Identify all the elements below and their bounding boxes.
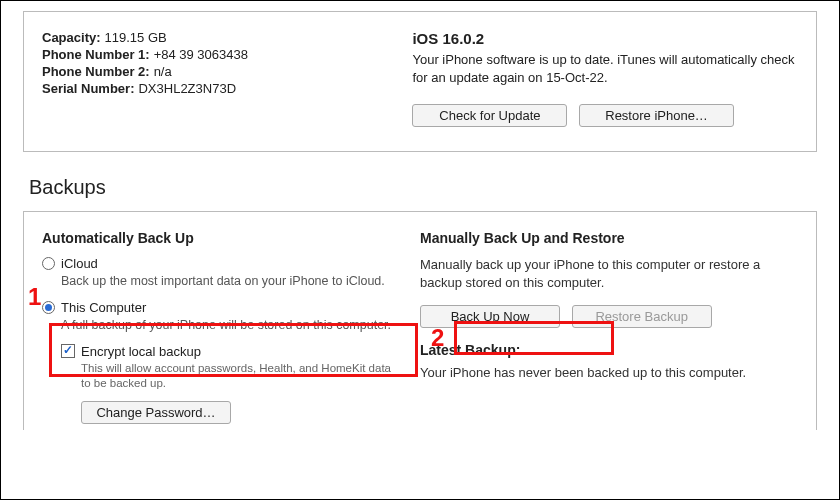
icloud-radio-row[interactable]: iCloud [42,256,410,271]
encrypt-row[interactable]: Encrypt local backup [61,344,410,359]
serial-row: Serial Number:DX3HL2Z3N73D [42,81,412,96]
change-password-button[interactable]: Change Password… [81,401,231,424]
software-status-text: Your iPhone software is up to date. iTun… [412,51,798,86]
this-computer-radio-row[interactable]: This Computer [42,300,410,315]
manual-backup-column: Manually Back Up and Restore Manually ba… [420,230,798,424]
software-info: iOS 16.0.2 Your iPhone software is up to… [412,30,798,127]
software-buttons: Check for Update Restore iPhone… [412,104,798,127]
auto-backup-column: Automatically Back Up iCloud Back up the… [42,230,420,424]
manual-backup-title: Manually Back Up and Restore [420,230,798,246]
back-up-now-button[interactable]: Back Up Now [420,305,560,328]
icloud-label: iCloud [61,256,98,271]
this-computer-desc: A full backup of your iPhone will be sto… [61,317,410,334]
this-computer-radio[interactable] [42,301,55,314]
manual-backup-desc: Manually back up your iPhone to this com… [420,256,798,291]
backups-section-title: Backups [29,176,839,199]
backups-panel: Automatically Back Up iCloud Back up the… [23,211,817,430]
encrypt-desc: This will allow account passwords, Healt… [81,361,401,391]
encrypt-checkbox[interactable] [61,344,75,358]
phone2-row: Phone Number 2:n/a [42,64,412,79]
latest-backup-title: Latest Backup: [420,342,798,358]
auto-backup-title: Automatically Back Up [42,230,410,246]
encrypt-label: Encrypt local backup [81,344,201,359]
capacity-row: Capacity:119.15 GB [42,30,412,45]
latest-backup-desc: Your iPhone has never been backed up to … [420,364,798,382]
this-computer-label: This Computer [61,300,146,315]
ios-version-title: iOS 16.0.2 [412,30,798,47]
manual-buttons: Back Up Now Restore Backup [420,305,798,328]
check-for-update-button[interactable]: Check for Update [412,104,567,127]
restore-backup-button[interactable]: Restore Backup [572,305,712,328]
icloud-desc: Back up the most important data on your … [61,273,410,290]
restore-iphone-button[interactable]: Restore iPhone… [579,104,734,127]
device-software-panel: Capacity:119.15 GB Phone Number 1:+84 39… [23,11,817,152]
device-info: Capacity:119.15 GB Phone Number 1:+84 39… [42,30,412,127]
icloud-radio[interactable] [42,257,55,270]
phone1-row: Phone Number 1:+84 39 3063438 [42,47,412,62]
